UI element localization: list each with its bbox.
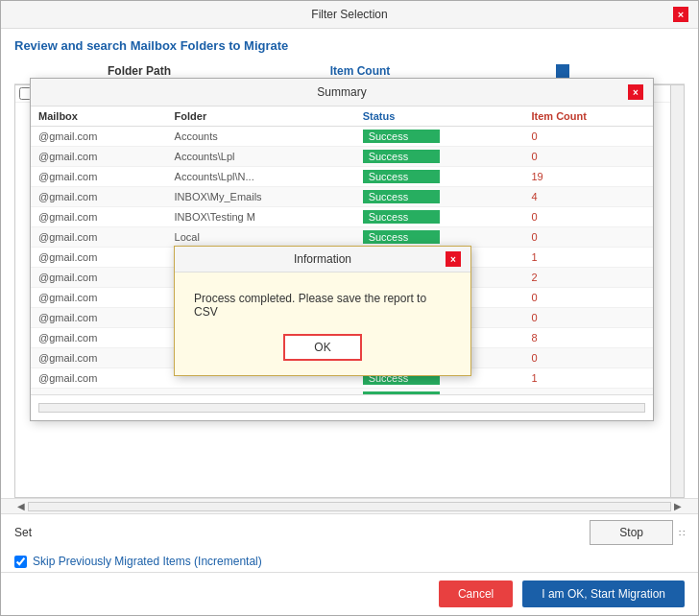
cell-status: Success [355,227,524,248]
cell-item-count: 0 [523,207,653,227]
cell-mailbox: @gmail.com [31,288,167,308]
summary-title-bar: Summary × [31,79,653,107]
cell-mailbox: @gmail.com [31,147,167,167]
cell-mailbox: @gmail.com [31,187,167,207]
cell-item-count: 0 [523,348,653,368]
scroll-right-arrow[interactable]: ▶ [671,501,685,511]
cell-item-count: 0 [523,288,653,308]
cell-folder: INBOX\My_Emails [167,187,355,207]
cell-item-count: 0 [523,227,653,248]
cancel-button[interactable]: Cancel [439,580,513,607]
skip-migrated-label: Skip Previously Migrated Items (Incremen… [33,555,262,568]
cell-item-count: 0 [523,147,653,167]
scroll-thumb-top[interactable] [556,64,569,78]
summary-dialog-title: Summary [56,85,628,99]
page-header: Review and search Mailbox Folders to Mig… [1,29,698,59]
cell-mailbox: @gmail.com [31,127,167,147]
cell-status: Success [355,127,524,147]
info-dialog-title: Information [200,252,446,266]
summary-bottom-scroll[interactable] [31,394,653,420]
cell-folder: Accounts\Lpl\N... [167,167,355,187]
cell-mailbox: @gmail.com [31,328,167,348]
cell-item-count: 2 [523,268,653,288]
action-bar: Cancel I am OK, Start Migration [1,572,698,615]
stop-button[interactable]: Stop [590,520,673,545]
cell-mailbox: @gmail.com [31,248,167,268]
cell-mailbox: @gmail.com [31,167,167,187]
summary-table-row: @gmail.comAccountsSuccess0 [31,127,653,147]
summary-table-row: @gmail.comAccounts\LplSuccess0 [31,147,653,167]
cell-item-count: 4 [523,187,653,207]
info-close-button[interactable]: × [446,251,461,267]
cell-mailbox: @gmail.com [31,308,167,328]
window-title: Filter Selection [26,8,673,21]
skip-migrated-checkbox[interactable] [14,556,27,568]
cell-item-count: 0 [523,127,653,147]
col-mailbox: Mailbox [31,107,167,127]
scroll-track[interactable] [28,502,671,511]
cell-folder: Accounts [167,127,355,147]
cell-item-count: 8 [523,328,653,348]
summary-table-row: @gmail.comAccounts\Lpl\N...Success19 [31,167,653,187]
cell-mailbox: @gmail.com [31,227,167,248]
cell-item-count: 19 [523,167,653,187]
horizontal-scrollbar[interactable]: ◀ ▶ [1,498,698,513]
resize-grip: ∷ [679,528,685,538]
start-migration-button[interactable]: I am OK, Start Migration [522,580,685,607]
cell-mailbox: @gmail.com [31,368,167,389]
cell-status: Success [355,147,524,167]
cell-item-count: 1 [523,368,653,389]
cell-folder: INBOX\Testing M [167,207,355,227]
window-close-button[interactable]: × [673,7,688,22]
col-status: Status [355,107,524,127]
info-title-bar: Information × [175,247,470,272]
title-bar: Filter Selection × [1,1,698,29]
summary-table-row: @gmail.comLocalSuccess0 [31,227,653,248]
cell-status: Success [355,187,524,207]
cell-item-count: 0 [523,308,653,328]
cell-status: Success [355,207,524,227]
info-body: Process completed. Please save the repor… [175,272,470,375]
info-ok-button[interactable]: OK [283,334,361,361]
summary-table-row: @gmail.comINBOX\My_EmailsSuccess4 [31,187,653,207]
cell-folder: Accounts\Lpl [167,147,355,167]
scrollbar-track[interactable] [670,85,684,497]
info-message: Process completed. Please save the repor… [194,292,451,319]
cell-status: Success [355,167,524,187]
main-window: Filter Selection × Review and search Mai… [0,0,699,616]
checkbox-row: Skip Previously Migrated Items (Incremen… [1,551,698,572]
cell-folder: Local [167,227,355,248]
summary-close-button[interactable]: × [628,84,643,100]
cell-mailbox: @gmail.com [31,348,167,368]
set-label: Set [14,526,32,539]
cell-item-count: 1 [523,248,653,268]
cell-mailbox: @gmail.com [31,268,167,288]
summary-h-scrollbar[interactable] [38,403,645,413]
scroll-left-arrow[interactable]: ◀ [14,501,28,511]
cell-mailbox: @gmail.com [31,207,167,227]
summary-table-row: @gmail.comINBOX\Testing MSuccess0 [31,207,653,227]
col-folder: Folder [167,107,355,127]
col-item-count: Item Count [523,107,653,127]
bottom-bar: Set Stop ∷ [1,513,698,551]
info-dialog: Information × Process completed. Please … [174,246,471,376]
